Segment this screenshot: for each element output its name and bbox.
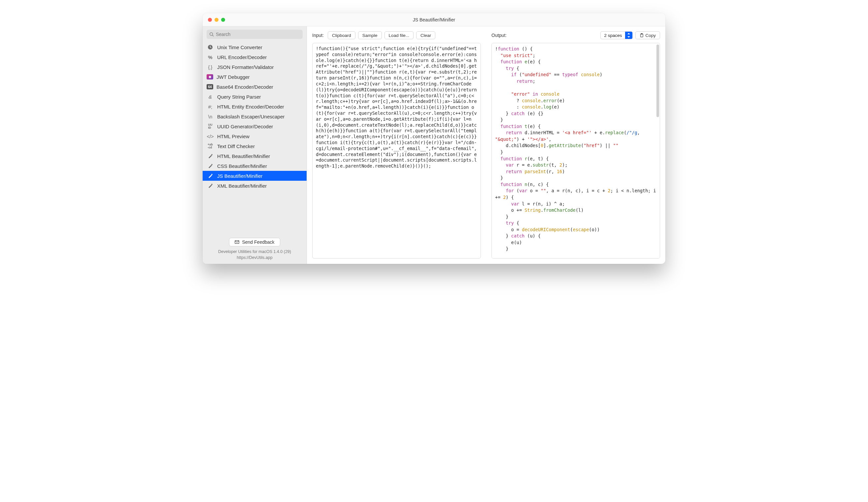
input-pane: Input: Clipboard Sample Load file... Cle… xyxy=(307,27,486,264)
output-header: Output: 2 spaces Copy xyxy=(492,30,660,40)
sidebar-item-js-beautifier-minifier[interactable]: JS Beautifier/Minifier xyxy=(203,171,307,181)
sidebar-item-label: HTML Beautifier/Minifier xyxy=(217,153,270,159)
indent-select[interactable]: 2 spaces xyxy=(600,31,633,39)
uuid-icon: UUID xyxy=(207,123,214,130)
hash-icon: #; xyxy=(207,103,214,110)
titlebar: JS Beautifier/Minifier xyxy=(203,13,665,27)
diff-icon: +ab-cd xyxy=(207,143,214,150)
sidebar-item-label: JSON Formatter/Validator xyxy=(217,64,273,70)
sidebar-item-label: Unix Time Converter xyxy=(217,44,262,50)
b64-icon: 64 xyxy=(207,84,213,90)
indent-value: 2 spaces xyxy=(601,33,625,38)
tag-icon: </> xyxy=(207,133,214,140)
backslash-icon: \n xyxy=(207,113,214,120)
body: Unix Time Converter%URL Encoder/Decoder{… xyxy=(203,27,665,264)
jwt-icon: ✱ xyxy=(207,74,213,80)
output-pane: Output: 2 spaces Copy !function () { "us… xyxy=(486,27,665,264)
wand-icon xyxy=(207,162,214,169)
clipboard-button[interactable]: Clipboard xyxy=(328,31,355,39)
sidebar-item-label: Base64 Encoder/Decoder xyxy=(217,84,273,90)
wand-icon xyxy=(207,182,214,189)
feedback-label: Send Feedback xyxy=(242,239,274,245)
sidebar-item-json-formatter-validator[interactable]: {,}JSON Formatter/Validator xyxy=(203,62,307,72)
sidebar-item-css-beautifier-minifier[interactable]: CSS Beautifier/Minifier xyxy=(203,161,307,171)
close-window-icon[interactable] xyxy=(208,18,212,22)
svg-point-0 xyxy=(210,33,213,35)
sidebar-item-uuid-generator-decoder[interactable]: UUIDUUID Generator/Decoder xyxy=(203,122,307,131)
sidebar-item-backslash-escaper-unescaper[interactable]: \nBackslash Escaper/Unescaper xyxy=(203,112,307,122)
copy-button[interactable]: Copy xyxy=(635,31,660,39)
sidebar-item-label: JS Beautifier/Minifier xyxy=(217,173,263,179)
input-text: !function(){"use strict";function e(e){t… xyxy=(316,46,479,169)
sidebar-item-label: Query String Parser xyxy=(217,94,261,100)
envelope-icon xyxy=(235,240,239,244)
sidebar-item-label: URL Encoder/Decoder xyxy=(217,54,267,60)
sidebar-item-html-beautifier-minifier[interactable]: HTML Beautifier/Minifier xyxy=(203,151,307,161)
percent-icon: % xyxy=(207,53,214,61)
load-file-button[interactable]: Load file... xyxy=(384,31,414,39)
sidebar-item-text-diff-checker[interactable]: +ab-cdText Diff Checker xyxy=(203,141,307,151)
search-field[interactable] xyxy=(216,32,300,37)
output-codeview[interactable]: !function () { "use strict"; function e(… xyxy=(492,43,660,259)
wand-icon xyxy=(207,172,214,179)
sidebar-item-query-string-parser[interactable]: &Query String Parser xyxy=(203,92,307,102)
search-icon xyxy=(209,32,214,36)
sidebar-item-label: CSS Beautifier/Minifier xyxy=(217,163,267,169)
app-window: JS Beautifier/Minifier Unix Time Convert… xyxy=(203,13,665,264)
window-title: JS Beautifier/Minifier xyxy=(203,17,665,22)
stepper-arrows-icon xyxy=(625,32,632,39)
input-label: Input: xyxy=(312,33,324,38)
scrollbar[interactable] xyxy=(656,44,659,258)
sidebar-item-jwt-debugger[interactable]: ✱JWT Debugger xyxy=(203,72,307,82)
sidebar-item-base64-encoder-decoder[interactable]: 64Base64 Encoder/Decoder xyxy=(203,82,307,92)
content: Input: Clipboard Sample Load file... Cle… xyxy=(307,27,665,264)
output-label: Output: xyxy=(492,33,507,38)
sidebar-item-html-preview[interactable]: </>HTML Preview xyxy=(203,131,307,141)
app-url: https://DevUtils.app xyxy=(207,255,303,261)
minimize-window-icon[interactable] xyxy=(215,18,218,22)
input-header: Input: Clipboard Sample Load file... Cle… xyxy=(312,30,481,40)
sidebar-item-url-encoder-decoder[interactable]: %URL Encoder/Decoder xyxy=(203,52,307,62)
wand-icon xyxy=(207,153,214,160)
input-textarea[interactable]: !function(){"use strict";function e(e){t… xyxy=(312,43,481,259)
clear-button[interactable]: Clear xyxy=(416,31,435,39)
sidebar-item-label: XML Beautifier/Minifier xyxy=(217,183,267,189)
sample-button[interactable]: Sample xyxy=(358,31,382,39)
sidebar: Unix Time Converter%URL Encoder/Decoder{… xyxy=(203,27,307,264)
clock-icon xyxy=(207,43,214,51)
sidebar-item-label: HTML Entity Encoder/Decoder xyxy=(217,104,284,109)
send-feedback-button[interactable]: Send Feedback xyxy=(229,238,280,247)
svg-line-1 xyxy=(213,35,214,36)
sidebar-item-label: UUID Generator/Decoder xyxy=(217,124,273,129)
sidebar-item-label: Backslash Escaper/Unescaper xyxy=(217,114,285,119)
zoom-window-icon[interactable] xyxy=(221,18,225,22)
version-text: Developer Utilities for macOS 1.4.0 (29) xyxy=(207,249,303,255)
traffic-lights xyxy=(203,18,225,22)
sidebar-item-unix-time-converter[interactable]: Unix Time Converter xyxy=(203,42,307,52)
sidebar-item-label: JWT Debugger xyxy=(217,74,250,80)
tool-list: Unix Time Converter%URL Encoder/Decoder{… xyxy=(203,42,307,234)
sidebar-item-label: HTML Preview xyxy=(217,134,249,139)
sidebar-item-label: Text Diff Checker xyxy=(217,144,255,149)
sidebar-item-html-entity-encoder-decoder[interactable]: #;HTML Entity Encoder/Decoder xyxy=(203,102,307,112)
sidebar-footer: Send Feedback Developer Utilities for ma… xyxy=(203,234,307,264)
clipboard-icon xyxy=(640,33,643,37)
sidebar-item-xml-beautifier-minifier[interactable]: XML Beautifier/Minifier xyxy=(203,181,307,191)
braces-icon: {,} xyxy=(207,63,214,71)
amp-icon: & xyxy=(207,93,214,100)
search-input[interactable] xyxy=(207,30,303,39)
